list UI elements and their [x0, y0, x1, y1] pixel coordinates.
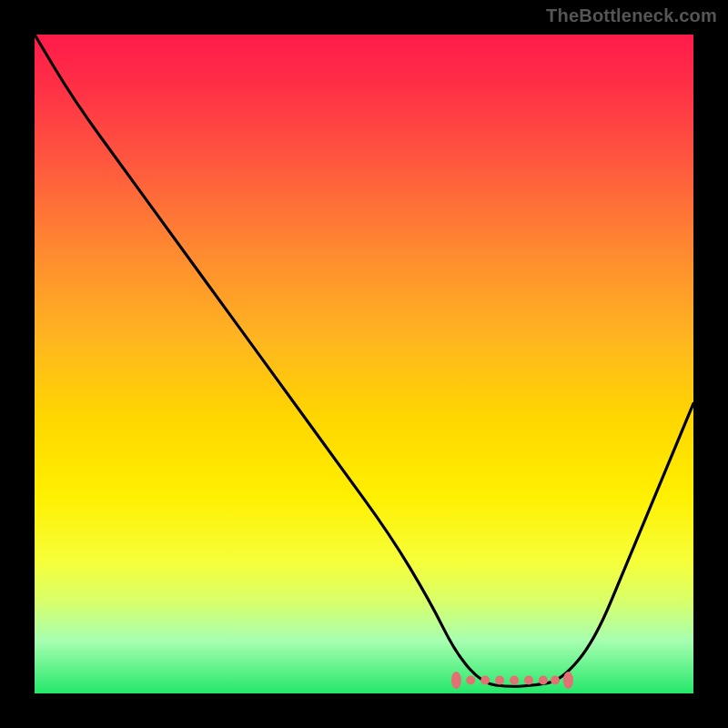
valley-marker-end	[563, 672, 573, 689]
valley-marker-dot	[510, 676, 519, 685]
plot-area	[35, 35, 693, 693]
valley-marker-dot	[539, 676, 548, 685]
curve-path	[35, 35, 693, 686]
valley-marker-dot	[466, 676, 475, 685]
valley-marker-start	[451, 672, 461, 689]
valley-marker-dot	[480, 676, 490, 685]
bottleneck-curve	[35, 35, 693, 693]
valley-marker-dot	[524, 676, 533, 685]
chart-frame: TheBottleneck.com	[0, 0, 728, 728]
valley-marker-dot	[551, 676, 560, 685]
watermark-text: TheBottleneck.com	[546, 5, 717, 26]
valley-marker-dot	[495, 676, 504, 685]
